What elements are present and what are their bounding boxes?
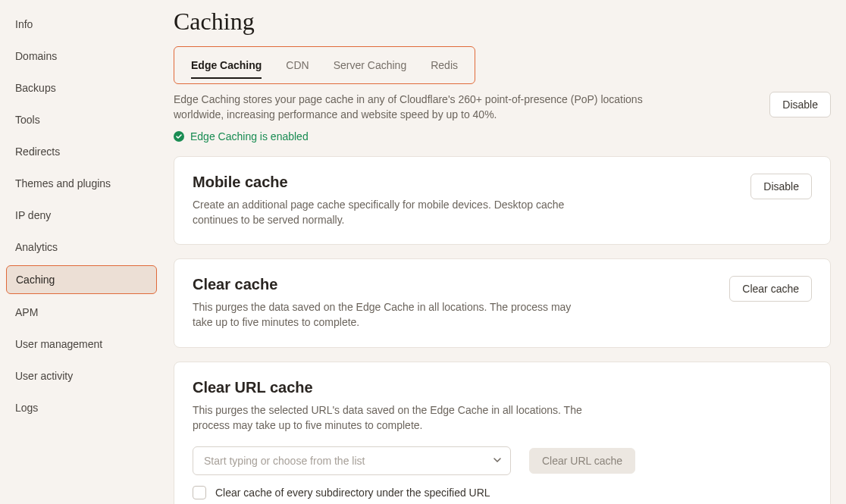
check-circle-icon xyxy=(174,131,184,142)
sidebar-item-analytics[interactable]: Analytics xyxy=(6,233,157,261)
subdirectory-checkbox-row[interactable]: Clear cache of every subdirectory under … xyxy=(193,486,812,499)
url-select[interactable] xyxy=(193,446,511,475)
sidebar-item-backups[interactable]: Backups xyxy=(6,74,157,102)
clear-url-cache-button[interactable]: Clear URL cache xyxy=(529,448,635,474)
status-line: Edge Caching is enabled xyxy=(174,130,831,142)
clear-url-cache-card: Clear URL cache This purges the selected… xyxy=(174,362,831,504)
url-input[interactable] xyxy=(193,446,511,475)
sidebar-item-ip-deny[interactable]: IP deny xyxy=(6,202,157,229)
sidebar-item-domains[interactable]: Domains xyxy=(6,42,157,70)
main-content: Caching Edge Caching CDN Server Caching … xyxy=(163,0,846,504)
sidebar-item-info[interactable]: Info xyxy=(6,11,157,38)
edge-caching-summary: Edge Caching stores your page cache in a… xyxy=(174,92,831,123)
subdirectory-checkbox[interactable] xyxy=(193,486,206,499)
edge-caching-description: Edge Caching stores your page cache in a… xyxy=(174,92,644,123)
tab-server-caching[interactable]: Server Caching xyxy=(321,55,419,76)
page-title: Caching xyxy=(174,8,831,36)
clear-cache-button[interactable]: Clear cache xyxy=(729,276,812,302)
sidebar-item-user-management[interactable]: User management xyxy=(6,330,157,358)
sidebar-item-apm[interactable]: APM xyxy=(6,299,157,326)
tabs: Edge Caching CDN Server Caching Redis xyxy=(174,46,475,84)
sidebar-item-themes-plugins[interactable]: Themes and plugins xyxy=(6,170,157,197)
disable-edge-caching-button[interactable]: Disable xyxy=(769,92,831,117)
sidebar-item-logs[interactable]: Logs xyxy=(6,394,157,421)
subdirectory-checkbox-label: Clear cache of every subdirectory under … xyxy=(215,487,490,499)
tab-redis[interactable]: Redis xyxy=(418,55,470,76)
tab-cdn[interactable]: CDN xyxy=(274,55,321,76)
mobile-cache-card: Mobile cache Create an additional page c… xyxy=(174,156,831,246)
tab-edge-caching[interactable]: Edge Caching xyxy=(179,55,274,76)
sidebar-item-caching[interactable]: Caching xyxy=(6,265,157,294)
clear-url-cache-title: Clear URL cache xyxy=(193,379,812,396)
status-text: Edge Caching is enabled xyxy=(190,130,309,142)
mobile-cache-description: Create an additional page cache specific… xyxy=(193,197,587,228)
mobile-cache-title: Mobile cache xyxy=(193,174,587,191)
clear-cache-title: Clear cache xyxy=(193,276,587,293)
clear-cache-card: Clear cache This purges the data saved o… xyxy=(174,258,831,348)
clear-url-cache-description: This purges the selected URL's data save… xyxy=(193,402,617,434)
sidebar-item-redirects[interactable]: Redirects xyxy=(6,138,157,165)
sidebar-item-tools[interactable]: Tools xyxy=(6,106,157,133)
sidebar-item-user-activity[interactable]: User activity xyxy=(6,362,157,390)
clear-cache-description: This purges the data saved on the Edge C… xyxy=(193,299,587,330)
sidebar: Info Domains Backups Tools Redirects The… xyxy=(0,0,163,504)
disable-mobile-cache-button[interactable]: Disable xyxy=(750,174,812,199)
